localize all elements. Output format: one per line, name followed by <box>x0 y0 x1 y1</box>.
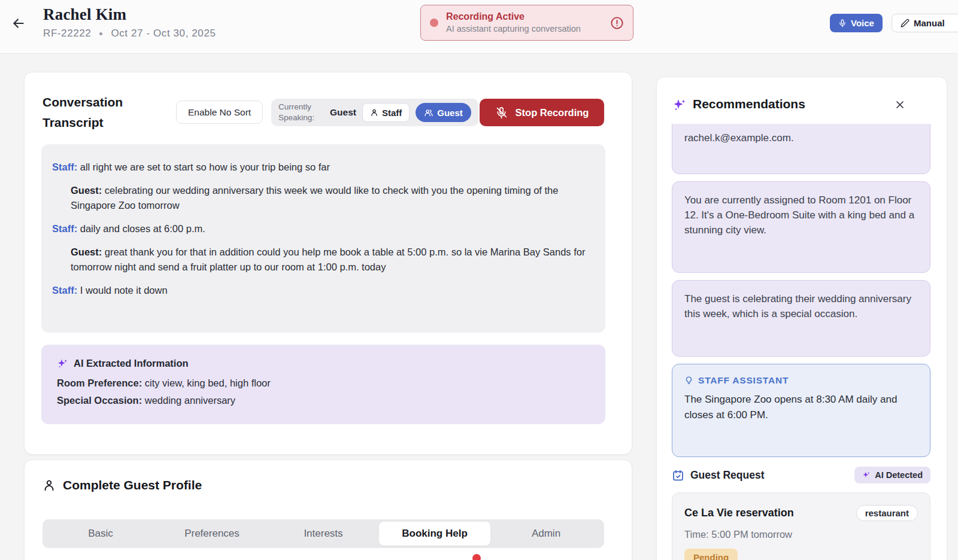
page-title: Rachel Kim <box>43 5 126 24</box>
recommendations-panel: Recommendations rachel.k@example.com. Yo… <box>656 77 947 560</box>
staff-speaker-toggle[interactable]: Staff <box>362 103 410 122</box>
people-icon <box>424 108 433 117</box>
booking-reference: RF-22222 <box>43 28 91 39</box>
voice-button[interactable]: Voice <box>830 14 883 32</box>
pencil-icon <box>901 19 910 28</box>
guest-request-title: Guest Request <box>690 469 765 482</box>
recording-active-banner: Recording Active AI assistant capturing … <box>420 5 633 41</box>
sparkle-icon <box>862 471 871 479</box>
recommendation-card: rachel.k@example.com. <box>672 124 930 174</box>
currently-speaking-group: Currently Speaking: Guest Staff Guest <box>271 99 478 126</box>
stop-recording-label: Stop Recording <box>516 107 589 118</box>
guest-profile-header: Complete Guest Profile <box>43 478 202 492</box>
recording-pulse-dot <box>472 554 481 560</box>
ai-extracted-field: Special Occasion: wedding anniversary <box>57 395 590 406</box>
guest-request-header: Guest Request <box>672 469 765 482</box>
top-header: Rachel Kim RF-22222 Oct 27 - Oct 30, 202… <box>0 0 958 54</box>
close-icon <box>894 99 913 111</box>
recommendations-title: Recommendations <box>693 97 805 111</box>
voice-button-label: Voice <box>851 18 874 28</box>
enable-no-sort-button[interactable]: Enable No Sort <box>176 101 263 124</box>
transcript-message: Staff: all right we are set to start so … <box>52 160 591 175</box>
transcript-log[interactable]: Staff: all right we are set to start so … <box>41 144 605 333</box>
staff-assistant-text: The Singapore Zoo opens at 8:30 AM daily… <box>684 392 918 423</box>
tab-interests[interactable]: Interests <box>268 522 379 546</box>
request-time: Time: 5:00 PM tomorrow <box>684 529 918 540</box>
recommendation-card: You are currently assigned to Room 1201 … <box>672 181 930 273</box>
request-category-tag: restaurant <box>856 505 918 521</box>
staff-assistant-label: STAFF ASSISTANT <box>698 375 789 386</box>
app-root: Rachel Kim RF-22222 Oct 27 - Oct 30, 202… <box>0 0 958 560</box>
dot-separator <box>99 32 102 35</box>
lightbulb-icon <box>684 376 693 385</box>
sparkle-icon <box>672 98 687 112</box>
stop-recording-button[interactable]: Stop Recording <box>480 99 604 126</box>
staff-chip-label: Staff <box>382 108 402 118</box>
transcript-message: Staff: daily and closes at 6:00 p.m. <box>52 221 591 236</box>
currently-speaking-value: Guest <box>330 107 356 118</box>
transcript-message: Guest: celebrating our wedding anniversa… <box>52 183 591 213</box>
ai-detected-label: AI Detected <box>875 470 923 480</box>
person-icon <box>370 108 378 117</box>
sparkle-icon <box>57 358 68 369</box>
ai-detected-badge: AI Detected <box>854 467 930 483</box>
guest-chip-label: Guest <box>437 108 463 118</box>
recording-banner-text: Recording Active AI assistant capturing … <box>446 11 602 35</box>
manual-button[interactable]: Manual <box>892 14 958 32</box>
close-button[interactable] <box>894 95 913 114</box>
recording-banner-title: Recording Active <box>446 11 602 23</box>
profile-tab-bar: Basic Preferences Interests Booking Help… <box>43 519 604 548</box>
back-button[interactable] <box>11 14 29 32</box>
staff-assistant-card: STAFF ASSISTANT The Singapore Zoo opens … <box>672 364 930 457</box>
staff-assistant-header: STAFF ASSISTANT <box>684 375 918 386</box>
recommendations-scroll-area[interactable]: rachel.k@example.com. You are currently … <box>672 124 930 560</box>
guest-request-card: Ce La Vie reservation restaurant Time: 5… <box>672 492 930 560</box>
currently-speaking-label: Currently Speaking: <box>278 102 324 123</box>
recording-dot <box>430 19 438 27</box>
arrow-left-icon <box>11 16 29 31</box>
guest-profile-panel: Complete Guest Profile Basic Preferences… <box>24 459 632 560</box>
guest-request-card-top: Ce La Vie reservation restaurant <box>684 505 918 521</box>
tab-preferences[interactable]: Preferences <box>156 522 268 546</box>
tab-basic[interactable]: Basic <box>45 522 156 546</box>
ai-extracted-info-box: AI Extracted Information Room Preference… <box>41 345 605 424</box>
conversation-transcript-panel: Conversation Transcript Enable No Sort C… <box>24 72 632 455</box>
recommendation-card: The guest is celebrating their wedding a… <box>672 280 930 357</box>
booking-dates: Oct 27 - Oct 30, 2025 <box>111 28 216 39</box>
recording-banner-subtitle: AI assistant capturing conversation <box>446 23 602 35</box>
person-icon <box>43 479 56 492</box>
guest-speaker-toggle[interactable]: Guest <box>416 103 471 122</box>
manual-button-label: Manual <box>914 18 945 28</box>
status-badge: Pending <box>684 549 738 560</box>
guest-profile-title: Complete Guest Profile <box>63 478 202 492</box>
transcript-message: Guest: great thank you for that in addit… <box>52 245 591 275</box>
guest-request-header-row: Guest Request AI Detected <box>672 467 930 483</box>
transcript-title: Conversation Transcript <box>43 92 156 133</box>
microphone-icon <box>838 19 847 28</box>
request-name: Ce La Vie reservation <box>684 507 794 519</box>
transcript-message: Staff: I would note it down <box>52 283 591 298</box>
mic-off-icon <box>495 106 508 119</box>
tab-booking-help[interactable]: Booking Help <box>379 522 490 546</box>
ai-extracted-field: Room Preference: city view, king bed, hi… <box>57 378 590 389</box>
calendar-check-icon <box>672 469 684 482</box>
tab-admin[interactable]: Admin <box>490 522 602 546</box>
booking-subheader: RF-22222 Oct 27 - Oct 30, 2025 <box>43 28 216 39</box>
alert-circle-icon <box>610 16 624 30</box>
ai-extracted-header: AI Extracted Information <box>57 358 590 369</box>
ai-extracted-title: AI Extracted Information <box>74 358 189 369</box>
